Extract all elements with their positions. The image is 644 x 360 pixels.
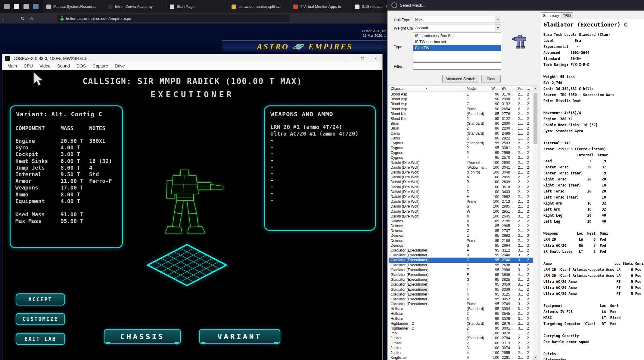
column-header-bv[interactable]: BV — [500, 86, 511, 92]
table-row[interactable]: Jupiter31003074...3...2 — [389, 346, 533, 350]
url-bar[interactable]: helion.astroempires.com/empire.aspx — [58, 14, 289, 22]
type-option[interactable]: IS Introductory Box Set — [413, 33, 501, 39]
table-row[interactable]: Hellstar2953545...3...2 — [389, 311, 533, 316]
table-row[interactable]: Daishi (Dire Wolf)H1002992...2...2 — [389, 194, 533, 199]
type-listbox[interactable]: IS Introductory Box SetIS TW non-box set… — [413, 33, 501, 60]
browser-tab[interactable]: Manual:System/Resource — [43, 0, 105, 13]
table-row[interactable]: Blood AspG903192...2...2 — [389, 102, 533, 106]
table-row[interactable]: DeimosPrime852188...2...2 — [389, 238, 533, 243]
table-row[interactable]: Daishi (Dire Wolf)'Widowma...1003041...2… — [389, 165, 533, 170]
table-row[interactable]: Canis2802822...1...2 — [389, 136, 533, 141]
type-option[interactable]: Clan TW — [413, 45, 501, 51]
accept-button[interactable]: ACCEPT — [16, 293, 65, 305]
menu-item-capture[interactable]: Capture — [89, 64, 111, 68]
table-row[interactable]: Highlander IIC(Standard)902979...2...2 — [389, 321, 533, 326]
scroll-up-button[interactable]: ▲ — [533, 86, 538, 91]
table-row[interactable]: Cygnus2953361...2...2 — [389, 146, 533, 150]
column-header-chassis[interactable]: Chassis▲ — [389, 86, 465, 92]
table-row[interactable]: DeimosB852965...2...2 — [389, 224, 533, 228]
table-row[interactable]: Gladiator (Executioner)Prime952749...3..… — [389, 302, 533, 306]
tab-tro[interactable]: TRO — [561, 12, 573, 19]
table-row[interactable]: DeimosA852785...2...2 — [389, 219, 533, 224]
tab-summary[interactable]: Summary — [541, 12, 561, 19]
advanced-search-button[interactable]: Advanced Search — [442, 75, 478, 83]
table-row[interactable]: Gladiator (Executioner)K953125...3...2 — [389, 292, 533, 297]
pinned-tab-icon[interactable] — [14, 4, 19, 9]
column-header-weight[interactable]: W... — [490, 86, 500, 92]
table-row[interactable]: Cygnus3952569...2...2 — [389, 150, 533, 155]
table-row[interactable]: Cygnus(Standard)952583...2...2 — [389, 141, 533, 146]
table-row[interactable]: Bruin(Standard)802630...1...2 — [389, 121, 533, 126]
table-row[interactable]: Gladiator (Executioner)E952988...3...2 — [389, 268, 533, 272]
table-row[interactable]: Daishi (Dire Wolf)'Prometh...1002900...2… — [389, 160, 533, 165]
browser-tab[interactable]: ultrawide monitor split scr — [229, 0, 290, 13]
unit-type-dropdown[interactable]: Mek ▼ — [413, 16, 501, 23]
table-row[interactable]: Daishi (Dire Wolf)A1002855...2...2 — [389, 175, 533, 180]
browser-tab[interactable]: Intro | Zenva Academy — [105, 0, 167, 13]
column-header-price[interactable]: Pr... — [517, 86, 526, 92]
table-row[interactable]: Daishi (Dire Wolf)W1002951...2...2 — [389, 209, 533, 214]
table-row[interactable]: Gladiator (Executioner)F953606...4...2 — [389, 272, 533, 277]
table-row[interactable]: Blood AspF902908...2...2 — [389, 97, 533, 102]
customize-button[interactable]: CUSTOMIZE — [16, 313, 65, 325]
chassis-button[interactable]: CHASSIS — [104, 329, 181, 344]
column-header-col7[interactable]: ... — [526, 86, 532, 92]
close-button[interactable]: × — [369, 54, 382, 62]
table-row[interactable]: Gladiator (Executioner)D952698...3...2 — [389, 263, 533, 268]
weight-class-dropdown[interactable]: Assault ▼ — [413, 24, 501, 31]
table-row[interactable]: Daishi (Dire Wolf)(Hohiro)1003048...2...… — [389, 170, 533, 175]
table-row[interactable]: Daishi (Dire Wolf)D1003403...2...2 — [389, 189, 533, 194]
menu-item-video[interactable]: Video — [36, 64, 54, 68]
table-row[interactable]: Highlander IIC2903001...3...2 — [389, 326, 533, 331]
browser-tab[interactable]: Start Page — [167, 0, 229, 13]
table-row[interactable]: DeimosC852737...2...2 — [389, 228, 533, 233]
menu-item-sound[interactable]: Sound — [54, 64, 73, 68]
scroll-thumb[interactable] — [534, 93, 537, 144]
scroll-down-button[interactable]: ▼ — [533, 355, 538, 360]
clear-button[interactable]: Clear — [481, 75, 501, 83]
table-row[interactable]: Canis(Standard)802498...1...2 — [389, 131, 533, 136]
table-row[interactable]: Blood Kite2853122...2...2 — [389, 116, 533, 121]
table-row[interactable]: Blood AspE903179...2...2 — [389, 92, 533, 97]
table-row[interactable]: Jupiter(Standard)1002784...2...2 — [389, 336, 533, 340]
dosbox-titlebar[interactable]: >_ DOSBox-X 0.83.0, 100%, MW2SHELL — □ × — [2, 54, 382, 62]
table-row[interactable]: Daishi (Dire Wolf)S1002985...2...2 — [389, 204, 533, 209]
variant-button[interactable]: VARIANT — [199, 329, 280, 344]
back-button[interactable]: ← — [0, 16, 9, 21]
table-row[interactable]: Gladiator (Executioner)C952740...3...2 — [389, 258, 533, 262]
table-row[interactable]: KingfisherA1002261...2...2 — [389, 355, 533, 360]
table-row[interactable]: Blood AspPrime902654...2...2 — [389, 107, 533, 111]
table-row[interactable]: Hellstar3953025...3...2 — [389, 316, 533, 321]
table-row[interactable]: ImpC1003070...1...2 — [389, 331, 533, 336]
table-row[interactable]: Cygnus4952570...2...2 — [389, 155, 533, 160]
type-option[interactable]: IS TW non-box set — [413, 39, 501, 45]
table-row[interactable]: Daishi (Dire Wolf)B1002609...2...2 — [389, 180, 533, 184]
column-header-col5[interactable]: ... — [511, 86, 517, 92]
pinned-tab-icon[interactable] — [23, 4, 29, 9]
exit-lab-button[interactable]: EXIT LAB — [16, 333, 65, 345]
table-scrollbar[interactable]: ▲ ▼ — [533, 86, 538, 360]
filter-input[interactable] — [413, 62, 501, 70]
pinned-tab-icon[interactable] — [33, 4, 39, 9]
table-row[interactable]: DeimosS852664...2...2 — [389, 243, 533, 248]
menu-item-drive[interactable]: Drive — [111, 64, 128, 68]
table-row[interactable]: Gladiator (Executioner)G953825...3...2 — [389, 277, 533, 282]
table-row[interactable]: Daishi (Dire Wolf)C1003610...2...2 — [389, 185, 533, 189]
table-row[interactable]: Blood Kite(Standard)852776...2...2 — [389, 111, 533, 116]
table-row[interactable]: Gladiator (Executioner)I953339...4...2 — [389, 287, 533, 292]
table-row[interactable]: Gladiator (Executioner)H953059...3...2 — [389, 282, 533, 287]
forward-button[interactable]: → — [9, 16, 18, 21]
table-row[interactable]: Daishi (Dire Wolf)Prime1002712...2...2 — [389, 199, 533, 204]
table-row[interactable]: Jupiter41002955...2...2 — [389, 350, 533, 355]
home-button[interactable]: ⌂ — [27, 16, 36, 21]
column-header-model[interactable]: Model — [465, 86, 490, 92]
select-mech-titlebar[interactable]: Select Mech... — [387, 0, 644, 11]
menu-item-dos[interactable]: DOS — [73, 64, 89, 68]
menu-item-main[interactable]: Main — [4, 64, 20, 68]
reload-button[interactable]: ↻ — [18, 16, 27, 21]
table-row[interactable]: Bruin2802200...1...2 — [389, 126, 533, 131]
pinned-tab-icon[interactable] — [4, 4, 10, 9]
table-row[interactable]: Hellstar(Standard)953084...3...2 — [389, 306, 533, 311]
table-row[interactable]: DeimosD852682...2...2 — [389, 233, 533, 238]
table-row[interactable]: Jupiter21003113...2...2 — [389, 341, 533, 346]
